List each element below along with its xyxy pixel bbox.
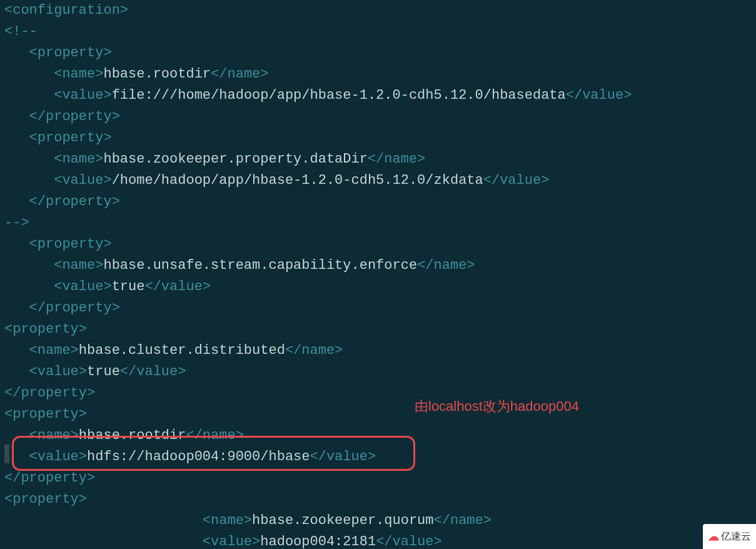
- code-line: </property>: [4, 191, 756, 213]
- selection-highlight: [4, 445, 9, 463]
- code-line: <!--: [4, 21, 756, 43]
- code-line: </property>: [4, 106, 756, 128]
- code-line: <value>true</value>: [4, 276, 756, 298]
- code-line: <property>: [4, 404, 756, 425]
- code-line: <value>hdfs://hadoop004:9000/hbase</valu…: [4, 446, 756, 468]
- watermark-text: 亿速云: [721, 526, 751, 547]
- code-line: <value>/home/hadoop/app/hbase-1.2.0-cdh5…: [4, 170, 756, 191]
- code-block: <configuration><!-- <property> <name>hba…: [0, 0, 756, 549]
- code-line: <configuration>: [4, 0, 756, 21]
- code-line: <name>hbase.cluster.distributed</name>: [4, 340, 756, 361]
- code-line: </property>: [4, 298, 756, 319]
- code-line: <property>: [4, 319, 756, 340]
- code-line: <name>hbase.zookeeper.property.dataDir</…: [4, 149, 756, 170]
- code-line: -->: [4, 213, 756, 234]
- cloud-icon: ☁: [708, 526, 719, 547]
- code-line: </property>: [4, 468, 756, 489]
- code-line: <name>hbase.unsafe.stream.capability.enf…: [4, 255, 756, 276]
- code-line: <property>: [4, 43, 756, 64]
- watermark: ☁ 亿速云: [703, 524, 756, 549]
- code-line: <property>: [4, 128, 756, 149]
- code-line: <name>hbase.rootdir</name>: [4, 64, 756, 85]
- code-line: <property>: [4, 489, 756, 510]
- code-line: <value>true</value>: [4, 361, 756, 383]
- code-line: </property>: [4, 383, 756, 404]
- code-line: <name>hbase.rootdir</name>: [4, 425, 756, 446]
- code-line: <property>: [4, 234, 756, 255]
- code-line: <name>hbase.zookeeper.quorum</name>: [4, 510, 756, 531]
- code-line: <value>hadoop004:2181</value>: [4, 531, 756, 549]
- code-line: <value>file:///home/hadoop/app/hbase-1.2…: [4, 85, 756, 106]
- annotation-text: 由localhost改为hadoop004: [415, 396, 579, 417]
